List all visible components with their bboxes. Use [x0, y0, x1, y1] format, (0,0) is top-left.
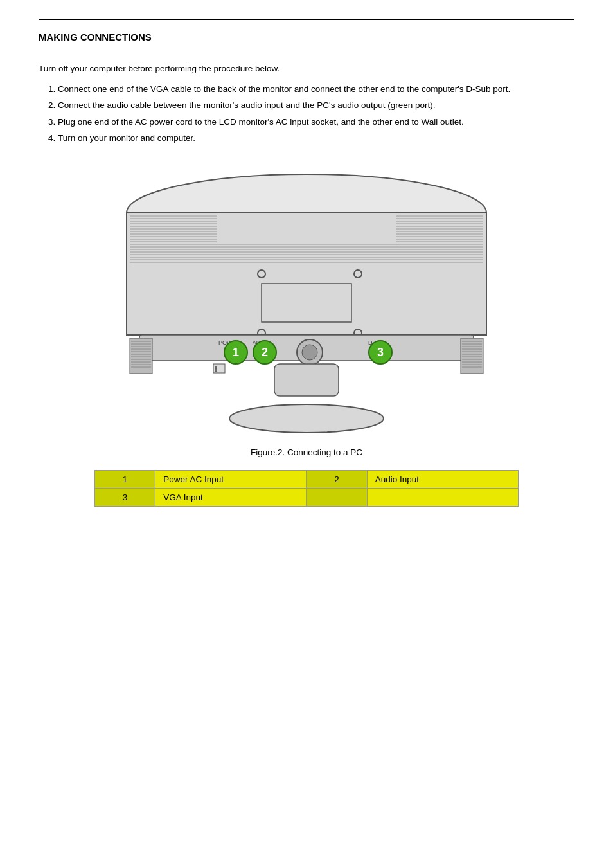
connector-table: 1 Power AC Input 2 Audio Input 3 VGA Inp…	[94, 470, 519, 507]
step-3: Plug one end of the AC power cord to the…	[58, 115, 574, 129]
monitor-diagram: POWER AUDIO D-SUB 1 2 3	[88, 165, 525, 435]
connector-num-2: 2	[306, 470, 367, 488]
svg-rect-74	[215, 366, 217, 372]
svg-point-76	[229, 404, 384, 433]
connector-num-3: 3	[95, 488, 155, 506]
steps-list: Connect one end of the VGA cable to the …	[58, 82, 574, 145]
connector-num-4	[306, 488, 367, 506]
step-1: Connect one end of the VGA cable to the …	[58, 82, 574, 96]
svg-rect-75	[274, 364, 339, 396]
step-4: Turn on your monitor and computer.	[58, 131, 574, 145]
section-title: MAKING CONNECTIONS	[39, 32, 574, 42]
svg-rect-1	[127, 213, 486, 335]
intro-text: Turn off your computer before performing…	[39, 62, 574, 76]
connector-label-2: Audio Input	[367, 470, 518, 488]
connector-label-1: Power AC Input	[155, 470, 306, 488]
svg-text:2: 2	[262, 346, 268, 359]
svg-rect-49	[130, 338, 152, 374]
connector-label-4	[367, 488, 518, 506]
figure-caption: Figure.2. Connecting to a PC	[39, 448, 574, 457]
svg-text:3: 3	[377, 346, 384, 359]
svg-rect-61	[461, 338, 483, 374]
connector-num-1: 1	[95, 470, 155, 488]
table-row: 3 VGA Input	[95, 488, 519, 506]
top-divider	[39, 19, 574, 20]
monitor-illustration: POWER AUDIO D-SUB 1 2 3	[88, 165, 525, 435]
svg-point-46	[302, 345, 317, 360]
table-row: 1 Power AC Input 2 Audio Input	[95, 470, 519, 488]
step-2: Connect the audio cable between the moni…	[58, 98, 574, 113]
connector-label-3: VGA Input	[155, 488, 306, 506]
svg-text:1: 1	[233, 346, 239, 359]
